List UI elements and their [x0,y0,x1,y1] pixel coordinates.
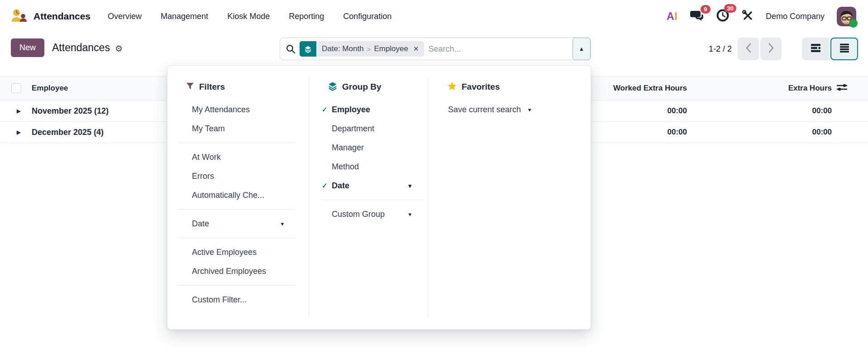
facet-category: Date: Month [322,44,364,53]
activities-badge: 30 [724,4,736,13]
divider [177,285,295,286]
search-icon [286,44,296,54]
check-icon: ✓ [322,182,332,190]
caret-down-icon: ▾ [408,183,411,189]
filter-item-archived-employees[interactable]: Archived Employees [186,262,309,281]
attendances-app-icon[interactable] [10,7,28,25]
menu-item-management[interactable]: Management [161,12,208,21]
menu-item-configuration[interactable]: Configuration [343,12,391,21]
menu-item-kiosk-mode[interactable]: Kiosk Mode [227,12,270,21]
select-all-checkbox[interactable] [11,83,21,93]
star-icon [447,81,457,93]
list-view-button[interactable] [830,38,858,60]
layers-icon [328,81,338,93]
facet-remove-button[interactable]: ✕ [410,41,424,57]
caret-down-icon: ▾ [281,221,284,227]
grouped-list-icon [810,43,821,55]
search-options-dropdown: Filters My Attendances My Team At Work E… [167,65,591,330]
search-input[interactable] [429,44,570,54]
messages-badge: 9 [701,5,711,14]
menu-item-reporting[interactable]: Reporting [289,12,324,21]
online-status-dot [849,19,858,28]
filter-item-active-employees[interactable]: Active Employees [186,243,309,262]
favorite-item-save-current-search[interactable]: Save current search ▾ [447,100,591,119]
filter-item-at-work[interactable]: At Work [186,148,309,167]
app-menu: Overview Management Kiosk Mode Reporting… [108,12,391,21]
tools-icon [742,10,754,23]
pager-previous-button[interactable] [738,38,759,60]
top-navbar: Attendances Overview Management Kiosk Mo… [0,0,868,33]
filters-section: Filters My Attendances My Team At Work E… [167,66,309,329]
favorites-title: Favorites [462,82,500,92]
chevron-right-icon [768,43,774,55]
caret-down-icon: ▾ [408,211,411,217]
filter-item-automatically-checked[interactable]: Automatically Che... [186,186,309,205]
facet-value: Employee [374,44,408,53]
filters-title: Filters [199,82,225,92]
chevron-left-icon [745,43,752,55]
pager: 1-2 / 2 [709,38,782,60]
activities-button[interactable]: 30 [716,9,730,24]
groupby-item-manager[interactable]: Manager [322,138,428,157]
filter-item-custom-filter[interactable]: Custom Filter... [186,290,309,309]
expand-arrow-icon[interactable]: ▶ [0,130,32,135]
check-icon: ✓ [322,105,332,114]
groupby-item-custom-group[interactable]: Custom Group ▾ [322,205,428,224]
filter-item-my-team[interactable]: My Team [186,119,309,138]
group-by-title: Group By [342,82,382,92]
groupby-item-employee[interactable]: ✓ Employee [322,100,428,119]
group-extra-hours: 00:00 [687,128,832,137]
company-switcher[interactable]: Demo Company [766,12,825,21]
optional-columns-sliders-icon[interactable] [836,83,848,94]
page-title: Attendances [52,42,110,54]
user-avatar[interactable] [837,7,856,26]
list-icon [839,43,850,55]
groupby-item-method[interactable]: Method [322,157,428,176]
messages-button[interactable]: 9 [690,10,704,24]
layers-icon [300,41,316,57]
groupby-item-department[interactable]: Department [322,119,428,138]
ai-icon[interactable]: AI [667,10,678,23]
view-switcher [802,38,858,60]
debug-tools-button[interactable] [742,10,754,23]
pager-next-button[interactable] [760,38,782,60]
filter-funnel-icon [186,81,195,93]
column-header-extra-hours[interactable]: Extra Hours [687,84,832,93]
menu-item-overview[interactable]: Overview [108,12,142,21]
control-panel: New Attendances ⚙ Date: Month > [0,33,868,68]
search-bar[interactable]: Date: Month > Employee ✕ ▲ [280,38,591,60]
view-settings-gear-icon[interactable]: ⚙ [115,43,123,53]
search-dropdown-toggle-button[interactable]: ▲ [572,38,591,60]
groupby-item-date[interactable]: ✓ Date ▾ [322,176,428,195]
filter-item-date[interactable]: Date ▾ [186,214,309,233]
filter-item-errors[interactable]: Errors [186,167,309,186]
filter-item-my-attendances[interactable]: My Attendances [186,100,309,119]
favorites-section: Favorites Save current search ▾ [428,66,591,329]
divider [177,143,295,143]
systray: AI 9 30 [667,7,856,26]
grouped-kanban-view-button[interactable] [802,38,830,60]
group-by-section: Group By ✓ Employee Department Manager M… [309,66,428,329]
expand-arrow-icon[interactable]: ▶ [0,109,32,114]
search-facet-groupby[interactable]: Date: Month > Employee ✕ [300,41,424,57]
divider [322,200,422,200]
facet-separator: > [367,45,371,53]
app-name[interactable]: Attendances [33,11,91,22]
divider [177,238,295,238]
caret-down-icon: ▾ [528,107,531,113]
new-button[interactable]: New [11,38,44,57]
divider [177,209,295,210]
pager-range: 1-2 / 2 [709,44,732,54]
caret-up-icon: ▲ [579,46,584,52]
group-extra-hours: 00:00 [687,106,832,115]
